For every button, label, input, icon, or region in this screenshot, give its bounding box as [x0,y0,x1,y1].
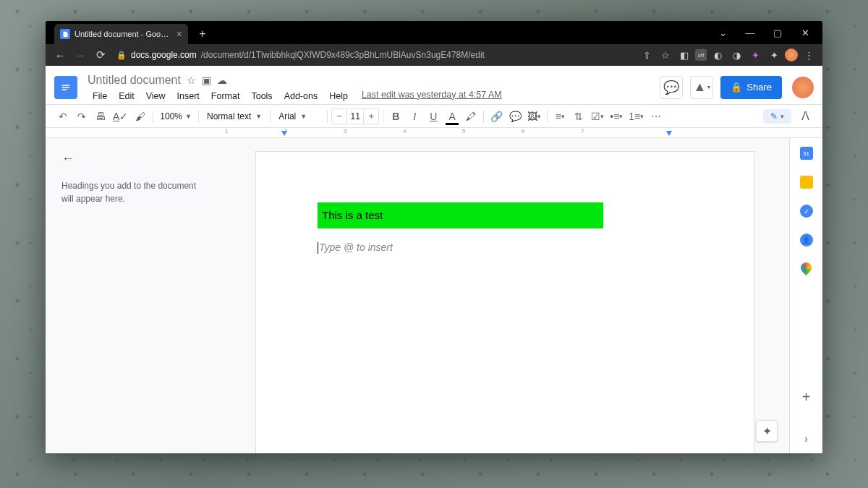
share-button[interactable]: 🔒Share [720,76,782,99]
page[interactable]: This is a test Type @ to insert [255,151,754,453]
paint-format-button[interactable]: 🖌 [132,108,149,125]
menu-bar: File Edit View Insert Format Tools Add-o… [88,90,660,103]
svg-rect-1 [62,87,70,88]
font-size-control: − 11 + [331,108,379,124]
extension-off-icon[interactable]: off [695,49,707,61]
more-button[interactable]: ⋯ [647,108,665,125]
bookmark-icon[interactable]: ☆ [658,47,673,63]
window-controls: ⌄ — ▢ ✕ [705,21,822,44]
extension-icon-2[interactable]: ◐ [710,47,726,63]
close-window-button[interactable]: ✕ [793,24,817,41]
tasks-icon[interactable] [800,205,813,218]
url-field[interactable]: 🔒 docs.google.com/document/d/1Tlwibbhkql… [112,50,636,60]
collapse-toolbar-button[interactable]: ᐱ [797,109,814,123]
maps-icon[interactable] [799,260,814,275]
menu-file[interactable]: File [88,90,112,103]
chevron-down-icon[interactable]: ⌄ [711,24,734,41]
text-color-button[interactable]: A [443,108,461,125]
cloud-status-icon[interactable]: ☁ [217,74,227,86]
explore-button[interactable]: ✦ [756,420,778,442]
extension-icon-3[interactable]: ◑ [728,47,744,63]
menu-edit[interactable]: Edit [114,90,140,103]
collapse-outline-button[interactable]: ← [61,151,75,166]
checklist-button[interactable]: ☑▾ [589,108,606,125]
outline-empty-hint: Headings you add to the document will ap… [61,179,205,205]
back-button[interactable]: ← [51,46,69,64]
font-dropdown[interactable]: Arial▼ [274,111,323,121]
browser-window: Untitled document - Google Doc × + ⌄ — ▢… [46,21,822,453]
bulleted-list-button[interactable]: •≡▾ [608,108,625,125]
increase-font-button[interactable]: + [364,111,378,121]
highlight-color-button[interactable]: 🖍 [462,108,480,125]
add-comment-button[interactable]: 💬 [506,108,524,125]
print-button[interactable]: 🖶 [92,108,109,125]
docs-logo-icon[interactable] [54,76,77,99]
document-canvas[interactable]: This is a test Type @ to insert ✦ [221,138,789,453]
docs-favicon-icon [60,29,70,39]
decrease-font-button[interactable]: − [332,111,346,121]
redo-button[interactable]: ↷ [73,108,90,125]
right-indent-marker[interactable] [666,131,672,136]
account-avatar[interactable] [792,77,814,98]
highlighted-text[interactable]: This is a test [318,202,603,228]
move-icon[interactable]: ▣ [202,74,211,86]
url-path: /document/d/1TlwibbhkqlQXfWD9x489c3pBhLm… [201,50,485,60]
new-tab-button[interactable]: + [194,25,211,43]
document-outline-panel: ← Headings you add to the document will … [46,138,221,453]
bold-button[interactable]: B [387,108,404,125]
contacts-icon[interactable] [800,234,813,247]
line-spacing-button[interactable]: ⇅ [570,108,587,125]
menu-help[interactable]: Help [324,90,353,103]
browser-tab[interactable]: Untitled document - Google Doc × [54,24,188,44]
numbered-list-button[interactable]: 1≡▾ [626,108,646,125]
svg-rect-0 [62,85,70,86]
extensions-puzzle-icon[interactable]: ✦ [766,47,782,63]
last-edit-link[interactable]: Last edit was yesterday at 4:57 AM [362,90,502,103]
undo-button[interactable]: ↶ [54,108,72,125]
menu-view[interactable]: View [141,90,171,103]
reload-button[interactable]: ⟳ [92,46,109,64]
insert-placeholder[interactable]: Type @ to insert [318,241,692,254]
menu-insert[interactable]: Insert [172,90,205,103]
document-title[interactable]: Untitled document [88,74,181,87]
browser-address-bar: ← → ⟳ 🔒 docs.google.com/document/d/1Tlwi… [46,44,822,66]
close-tab-icon[interactable]: × [176,28,182,40]
side-panel: + › [789,138,822,453]
workspace: ← Headings you add to the document will … [46,138,822,453]
font-size-input[interactable]: 11 [346,109,364,124]
lock-icon: 🔒 [116,51,127,60]
add-addon-button[interactable]: + [802,389,811,406]
editing-mode-button[interactable]: ✎▾ [763,109,791,124]
star-icon[interactable]: ☆ [187,74,196,86]
formatting-toolbar: ↶ ↷ 🖶 A✓ 🖌 100%▼ Normal text▼ Arial▼ − 1… [46,105,822,128]
menu-icon[interactable]: ⋮ [801,47,817,63]
menu-tools[interactable]: Tools [246,90,277,103]
align-button[interactable]: ≡▾ [551,108,569,125]
menu-format[interactable]: Format [206,90,245,103]
zoom-dropdown[interactable]: 100%▼ [157,111,195,121]
profile-avatar-icon[interactable] [785,48,798,61]
calendar-icon[interactable] [800,147,813,160]
insert-image-button[interactable]: 🖼▾ [525,108,543,125]
maximize-button[interactable]: ▢ [766,24,789,41]
hide-sidepanel-button[interactable]: › [804,433,808,445]
forward-button[interactable]: → [72,46,89,64]
paragraph-style-dropdown[interactable]: Normal text▼ [203,111,266,121]
present-button[interactable]: ▲▾ [690,76,713,99]
minimize-button[interactable]: — [739,24,762,41]
underline-button[interactable]: U [425,108,442,125]
docs-header: Untitled document ☆ ▣ ☁ File Edit View I… [46,66,822,105]
italic-button[interactable]: I [406,108,423,125]
comment-history-button[interactable]: 💬 [660,76,683,99]
text-cursor [318,242,318,254]
spellcheck-button[interactable]: A✓ [111,108,130,125]
share-page-icon[interactable]: ⇧ [639,47,655,63]
url-domain: docs.google.com [131,50,197,60]
keep-icon[interactable] [800,176,813,189]
horizontal-ruler[interactable]: 1 2 3 4 5 6 7 [46,128,822,138]
extension-icon[interactable]: ◧ [676,47,692,63]
svg-rect-2 [62,89,67,90]
extension-icon-4[interactable]: ✦ [747,47,763,63]
insert-link-button[interactable]: 🔗 [488,108,505,125]
menu-addons[interactable]: Add-ons [279,90,323,103]
